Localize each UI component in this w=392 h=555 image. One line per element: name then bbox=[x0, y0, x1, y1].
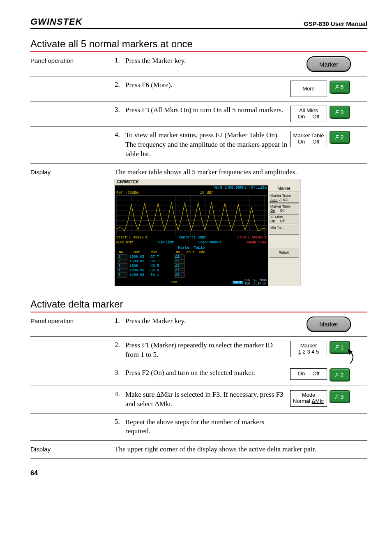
softbox-label: Marker Table bbox=[293, 133, 324, 139]
step-text: Repeat the above steps for the number of… bbox=[125, 418, 290, 437]
ss-stop: Stop:1.5001GHz bbox=[238, 236, 267, 240]
brand-logo: GWINSTEK bbox=[30, 16, 83, 27]
ss-side-marker-trace[interactable]: Marker Trace Auto A.B.C bbox=[269, 193, 299, 203]
display-row: Display The upper right corner of the di… bbox=[30, 441, 367, 459]
ss-marker-info: Mkr5 1499.98MHz -54.1dBm bbox=[115, 185, 268, 190]
table-cell: 1500.01 bbox=[127, 259, 147, 264]
marker-table-softkey-box: Marker Table On Off bbox=[290, 131, 327, 147]
table-cell: 5 bbox=[117, 273, 127, 277]
section-heading-delta-marker: Activate delta marker bbox=[30, 298, 367, 312]
panel-row: 3. Press F2 (On) and turn on the selecte… bbox=[30, 364, 367, 386]
on-off-softkey-box: On Off bbox=[290, 368, 327, 380]
softbox-on: On bbox=[298, 139, 305, 145]
f6-key[interactable]: F6 bbox=[330, 81, 350, 94]
ss-sweep: Sweep:52ms bbox=[246, 240, 267, 245]
step-text: Press the Marker key. bbox=[125, 56, 290, 66]
display-text: The marker table shows all 5 marker freq… bbox=[115, 168, 367, 177]
panel-row: 4. Make sure ΔMkr is selected in F3. If … bbox=[30, 386, 367, 414]
press-repeat-arrow-icon bbox=[306, 349, 355, 367]
step-number: 4. bbox=[115, 390, 125, 398]
manual-title: GSP-830 User Manual bbox=[304, 20, 367, 27]
display-label: Display bbox=[30, 168, 115, 286]
ss-time: TUE 12:34:24 bbox=[244, 282, 267, 285]
display-text: The upper right corner of the display sh… bbox=[115, 445, 367, 454]
softbox-label: All Mkrs bbox=[299, 108, 318, 114]
table-cell: -54.1 bbox=[147, 273, 161, 277]
display-label: Display bbox=[30, 445, 115, 453]
softbox-on: On bbox=[298, 113, 305, 120]
table-cell: Δ2 bbox=[174, 259, 184, 264]
ss-vbw: VBW:1kHz bbox=[157, 240, 174, 245]
table-cell: Δ4 bbox=[174, 268, 184, 273]
ss-center: Center:1.5GHz bbox=[179, 236, 206, 240]
more-softkey-box: More bbox=[290, 81, 327, 97]
th-dmhz: ΔMHz bbox=[184, 250, 197, 255]
ss-side-all-mkrs[interactable]: All Mkrs On Off bbox=[269, 214, 299, 224]
f2-key[interactable]: F2 bbox=[330, 131, 350, 144]
table-cell: Δ5 bbox=[174, 273, 184, 277]
th-dno: No. bbox=[174, 250, 184, 255]
table-cell: 3 bbox=[117, 264, 127, 268]
panel-row: Panel operation 1. Press the Marker key.… bbox=[30, 52, 367, 76]
panel-row: 4. To view all marker status, press F2 (… bbox=[30, 127, 367, 164]
step-text: Make sure ΔMkr is selected in F3. If nec… bbox=[125, 390, 290, 409]
th-mhz: MHz bbox=[127, 250, 147, 255]
page-header: GWINSTEK GSP-830 User Manual bbox=[30, 16, 367, 29]
ss-graph bbox=[116, 195, 267, 235]
step-number: 2. bbox=[115, 81, 125, 89]
ss-span: Span:200kHz bbox=[198, 240, 221, 245]
softbox-label: More bbox=[302, 86, 315, 92]
ss-rbw: RBW:3kHz bbox=[116, 240, 133, 245]
panel-row: Panel operation 1. Press the Marker key.… bbox=[30, 312, 367, 337]
table-cell: 1500.03 bbox=[127, 254, 147, 259]
th-no: No. bbox=[117, 250, 127, 255]
display-block: Display The marker table shows all 5 mar… bbox=[30, 164, 367, 289]
ss-marker-table: No. MHz dBm 11500.03-37.7 21500.01-38.7 … bbox=[117, 250, 266, 278]
ss-side-menu-title: Marker bbox=[268, 185, 300, 192]
table-cell: -38.7 bbox=[147, 259, 161, 264]
f3-key[interactable]: F3 bbox=[330, 390, 350, 403]
f2-key[interactable]: F2 bbox=[330, 368, 350, 382]
step-text: Press F3 (All Mkrs On) to turn On all 5 … bbox=[125, 106, 290, 115]
step-number: 1. bbox=[115, 317, 125, 325]
table-cell: 2 bbox=[117, 259, 127, 264]
softbox-on: On bbox=[298, 370, 305, 377]
table-cell: 4 bbox=[117, 268, 127, 273]
panel-row: 3. Press F3 (All Mkrs On) to turn On all… bbox=[30, 102, 367, 127]
marker-hardkey[interactable]: Marker bbox=[307, 56, 351, 72]
step-number: 3. bbox=[115, 368, 125, 377]
softbox-off: Off bbox=[312, 113, 319, 120]
step-number: 2. bbox=[115, 341, 125, 349]
softbox-off: Off bbox=[312, 370, 319, 377]
ss-side-mkr-to[interactable]: Mkr To.... bbox=[269, 225, 299, 235]
step-text: To view all marker status, press F2 (Mar… bbox=[125, 131, 290, 159]
step-number: 3. bbox=[115, 106, 125, 114]
f3-key[interactable]: F3 bbox=[330, 106, 350, 119]
step-number: 5. bbox=[115, 418, 125, 426]
panel-operation-label: Panel operation bbox=[30, 56, 115, 64]
ss-side-marker-table[interactable]: Marker Table On Off bbox=[269, 204, 299, 213]
all-mkrs-softkey-box: All Mkrs On Off bbox=[290, 106, 327, 122]
table-cell: -38.9 bbox=[147, 268, 161, 273]
ss-table-title: Marker Table bbox=[117, 246, 266, 250]
th-dbm: dBm bbox=[147, 250, 161, 255]
step-number: 1. bbox=[115, 56, 125, 65]
table-cell: 1499.98 bbox=[127, 273, 147, 277]
ss-start: Start:1.4999GHz bbox=[116, 236, 148, 240]
panel-row: 2. Press F6 (More). More F6 bbox=[30, 76, 367, 102]
section-heading-activate-all: Activate all 5 normal markers at once bbox=[30, 38, 367, 52]
th-ddb: ΔdB bbox=[197, 250, 207, 255]
page-number: 64 bbox=[30, 469, 367, 477]
ss-brand: GWINSTEK bbox=[117, 180, 139, 185]
table-cell: 1500 bbox=[127, 264, 147, 268]
table-cell: -37.7 bbox=[147, 254, 161, 259]
table-cell: Δ1 bbox=[174, 254, 184, 259]
table-cell: 1 bbox=[117, 254, 127, 259]
marker-hardkey[interactable]: Marker bbox=[307, 317, 351, 332]
step-number: 4. bbox=[115, 131, 125, 139]
panel-row: 2. Press F1 (Marker) repeatedly to selec… bbox=[30, 337, 367, 364]
step-text: Press F6 (More). bbox=[125, 81, 290, 90]
table-cell: 1499.99 bbox=[127, 268, 147, 273]
ss-side-return[interactable]: Return bbox=[269, 248, 299, 258]
softbox-label: Mode bbox=[302, 392, 316, 398]
